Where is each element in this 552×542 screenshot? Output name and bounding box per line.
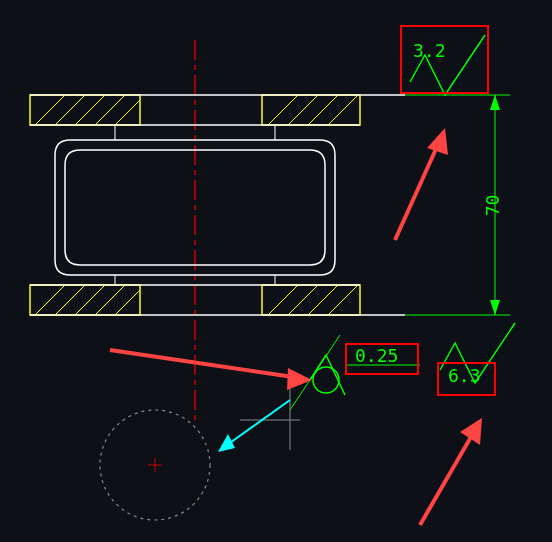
svg-line-17 <box>115 290 140 315</box>
svg-rect-11 <box>30 285 140 315</box>
svg-marker-29 <box>490 95 500 110</box>
dimension-value-70: 70 <box>482 195 503 217</box>
svg-line-3 <box>55 95 85 125</box>
svg-line-18 <box>268 285 298 315</box>
svg-marker-42 <box>287 368 312 390</box>
svg-line-21 <box>328 285 358 315</box>
svg-line-16 <box>95 285 125 315</box>
svg-line-10 <box>328 95 358 125</box>
red-arrows <box>110 128 482 525</box>
svg-line-19 <box>288 285 318 315</box>
svg-point-32 <box>313 367 339 393</box>
svg-line-4 <box>75 95 105 125</box>
svg-line-5 <box>95 95 125 125</box>
svg-marker-30 <box>490 300 500 315</box>
svg-line-2 <box>35 95 65 125</box>
svg-line-8 <box>288 95 318 125</box>
svg-marker-40 <box>427 128 448 155</box>
callout-box-025 <box>345 343 419 375</box>
svg-line-39 <box>395 140 440 240</box>
cad-viewport[interactable]: 3.2 70 0.25 6.3 <box>0 0 552 542</box>
svg-line-14 <box>55 285 85 315</box>
svg-line-41 <box>110 350 300 378</box>
cyan-arrow <box>218 400 290 452</box>
svg-line-13 <box>35 285 65 315</box>
svg-line-7 <box>268 95 298 125</box>
svg-marker-44 <box>460 418 482 445</box>
svg-rect-1 <box>262 95 360 125</box>
svg-line-9 <box>308 95 338 125</box>
svg-marker-38 <box>218 434 235 452</box>
svg-line-43 <box>420 430 475 525</box>
callout-box-63 <box>437 362 496 396</box>
svg-line-15 <box>75 285 105 315</box>
svg-line-6 <box>115 100 140 125</box>
svg-line-20 <box>308 285 338 315</box>
callout-box-top <box>400 25 489 94</box>
svg-rect-12 <box>262 285 360 315</box>
svg-rect-0 <box>30 95 140 125</box>
